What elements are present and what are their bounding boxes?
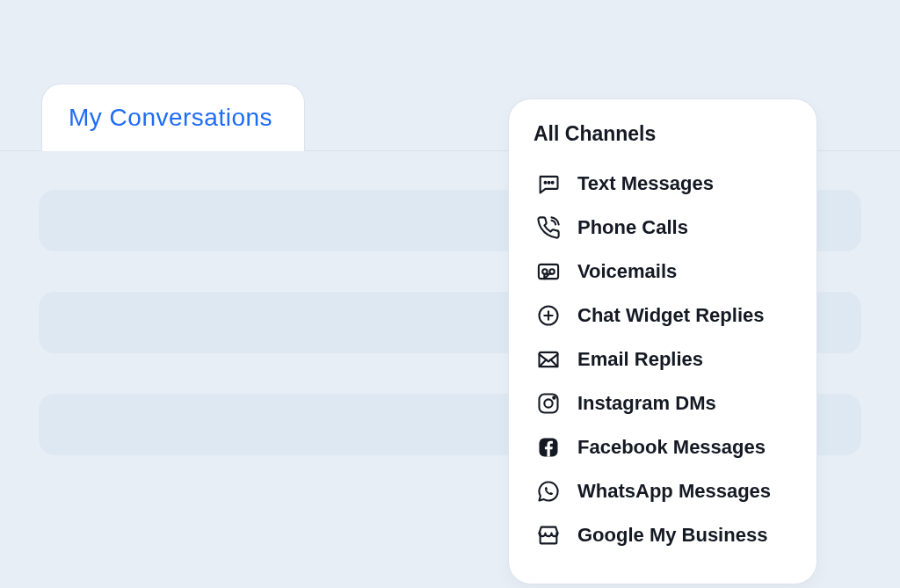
- channel-email-replies[interactable]: Email Replies: [533, 338, 794, 381]
- channel-label: Phone Calls: [577, 216, 688, 239]
- channel-label: Facebook Messages: [577, 436, 766, 459]
- channel-facebook-messages[interactable]: Facebook Messages: [533, 425, 794, 469]
- channel-phone-calls[interactable]: Phone Calls: [533, 206, 794, 250]
- facebook-icon: [535, 434, 562, 461]
- voicemail-icon: [535, 258, 562, 285]
- channel-label: Google My Business: [577, 524, 767, 547]
- instagram-icon: [535, 390, 562, 417]
- plus-circle-icon: [535, 302, 562, 329]
- channel-label: WhatsApp Messages: [577, 480, 771, 503]
- svg-point-12: [544, 399, 552, 407]
- channels-panel: All Channels Text Messages Phone Calls: [508, 98, 817, 584]
- channel-text-messages[interactable]: Text Messages: [533, 162, 794, 206]
- channel-label: Instagram DMs: [577, 392, 716, 415]
- svg-point-1: [548, 182, 550, 184]
- channel-label: Email Replies: [577, 348, 703, 371]
- channel-instagram-dms[interactable]: Instagram DMs: [533, 381, 794, 425]
- svg-point-2: [552, 182, 554, 184]
- panel-title: All Channels: [533, 122, 794, 146]
- storefront-icon: [535, 522, 562, 548]
- channel-label: Text Messages: [577, 172, 714, 195]
- message-icon: [535, 171, 562, 197]
- whatsapp-icon: [535, 478, 562, 505]
- mail-icon: [535, 346, 562, 373]
- phone-icon: [535, 214, 562, 241]
- svg-point-13: [553, 396, 555, 398]
- channel-voicemails[interactable]: Voicemails: [533, 250, 794, 294]
- channel-whatsapp-messages[interactable]: WhatsApp Messages: [533, 469, 794, 513]
- tab-my-conversations[interactable]: My Conversations: [41, 83, 305, 151]
- channel-chat-widget-replies[interactable]: Chat Widget Replies: [533, 294, 794, 338]
- svg-point-0: [545, 182, 547, 184]
- channel-google-my-business[interactable]: Google My Business: [533, 513, 794, 557]
- tab-label: My Conversations: [69, 104, 272, 131]
- channel-label: Voicemails: [577, 260, 677, 283]
- channel-label: Chat Widget Replies: [577, 304, 765, 327]
